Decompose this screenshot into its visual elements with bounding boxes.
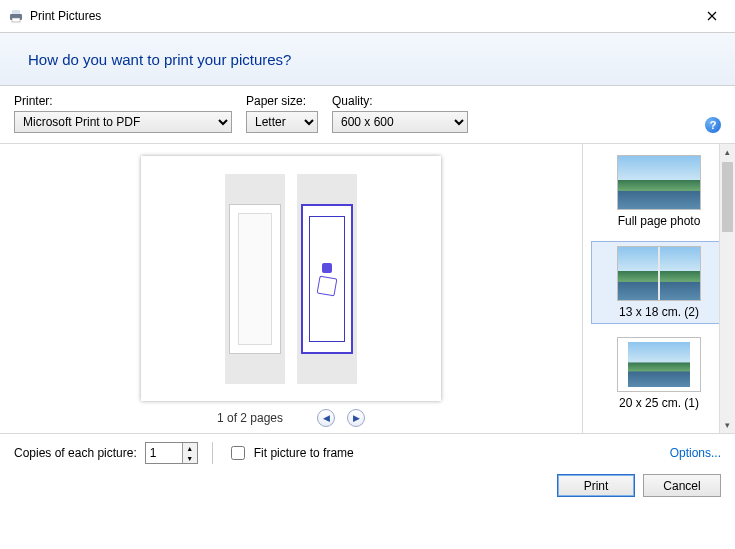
close-icon [707, 11, 717, 21]
layout-thumb [617, 337, 701, 392]
layouts-pane: Full page photo 13 x 18 cm. (2) 20 x 25 … [582, 144, 735, 433]
printer-group: Printer: Microsoft Print to PDF [14, 94, 232, 133]
printer-label: Printer: [14, 94, 232, 108]
quality-label: Quality: [332, 94, 468, 108]
spinner-down-button[interactable]: ▼ [183, 453, 197, 463]
fit-frame-checkbox[interactable] [231, 446, 245, 460]
prev-page-button[interactable]: ◀ [317, 409, 335, 427]
window-title: Print Pictures [30, 9, 101, 23]
layout-thumb [617, 155, 701, 210]
printer-select[interactable]: Microsoft Print to PDF [14, 111, 232, 133]
svg-rect-1 [12, 10, 20, 14]
copies-input[interactable] [146, 443, 182, 463]
print-button[interactable]: Print [557, 474, 635, 497]
preview-image-2 [301, 204, 353, 354]
chevron-left-icon: ◀ [323, 413, 330, 423]
title-bar: Print Pictures [0, 0, 735, 32]
pager-text: 1 of 2 pages [217, 411, 283, 425]
scroll-thumb[interactable] [722, 162, 733, 232]
options-link[interactable]: Options... [670, 446, 721, 460]
layout-label: 13 x 18 cm. (2) [594, 305, 724, 319]
header-band: How do you want to print your pictures? [0, 32, 735, 86]
layout-13x18[interactable]: 13 x 18 cm. (2) [591, 241, 727, 324]
layout-thumb [617, 246, 701, 301]
cancel-button[interactable]: Cancel [643, 474, 721, 497]
chevron-right-icon: ▶ [353, 413, 360, 423]
page-heading: How do you want to print your pictures? [28, 51, 291, 68]
fit-frame-label: Fit picture to frame [254, 446, 354, 460]
spinner-up-button[interactable]: ▲ [183, 443, 197, 453]
copies-spinner[interactable]: ▲ ▼ [145, 442, 198, 464]
preview-slot [297, 174, 357, 384]
footer-row-buttons: Print Cancel [14, 474, 721, 497]
footer-row-options: Copies of each picture: ▲ ▼ Fit picture … [14, 442, 721, 464]
preview-slot [225, 174, 285, 384]
main-area: 1 of 2 pages ◀ ▶ Full page photo 13 x 18… [0, 143, 735, 433]
paper-size-group: Paper size: Letter [246, 94, 318, 133]
layout-full-page[interactable]: Full page photo [591, 150, 727, 233]
next-page-button[interactable]: ▶ [347, 409, 365, 427]
layout-label: 20 x 25 cm. (1) [594, 396, 724, 410]
pager: 1 of 2 pages ◀ ▶ [217, 409, 365, 427]
layout-20x25[interactable]: 20 x 25 cm. (1) [591, 332, 727, 415]
copies-label: Copies of each picture: [14, 446, 137, 460]
help-icon: ? [710, 119, 717, 131]
scroll-down-icon: ▾ [720, 417, 735, 433]
chevron-down-icon: ▼ [186, 455, 193, 462]
paper-size-select[interactable]: Letter [246, 111, 318, 133]
scroll-up-icon: ▴ [720, 144, 735, 160]
preview-pane: 1 of 2 pages ◀ ▶ [0, 144, 582, 433]
printer-icon [8, 8, 24, 24]
footer: Copies of each picture: ▲ ▼ Fit picture … [0, 433, 735, 505]
layouts-scrollbar[interactable]: ▴ ▾ [719, 144, 735, 433]
help-button[interactable]: ? [705, 117, 721, 133]
divider [212, 442, 213, 464]
svg-rect-2 [12, 18, 20, 22]
controls-row: Printer: Microsoft Print to PDF Paper si… [0, 86, 735, 143]
chevron-up-icon: ▲ [186, 445, 193, 452]
paper-size-label: Paper size: [246, 94, 318, 108]
close-button[interactable] [697, 4, 727, 28]
fit-frame-checkbox-wrap[interactable]: Fit picture to frame [227, 443, 354, 463]
preview-page [141, 156, 441, 401]
preview-image-1 [229, 204, 281, 354]
quality-group: Quality: 600 x 600 [332, 94, 468, 133]
quality-select[interactable]: 600 x 600 [332, 111, 468, 133]
layout-label: Full page photo [594, 214, 724, 228]
